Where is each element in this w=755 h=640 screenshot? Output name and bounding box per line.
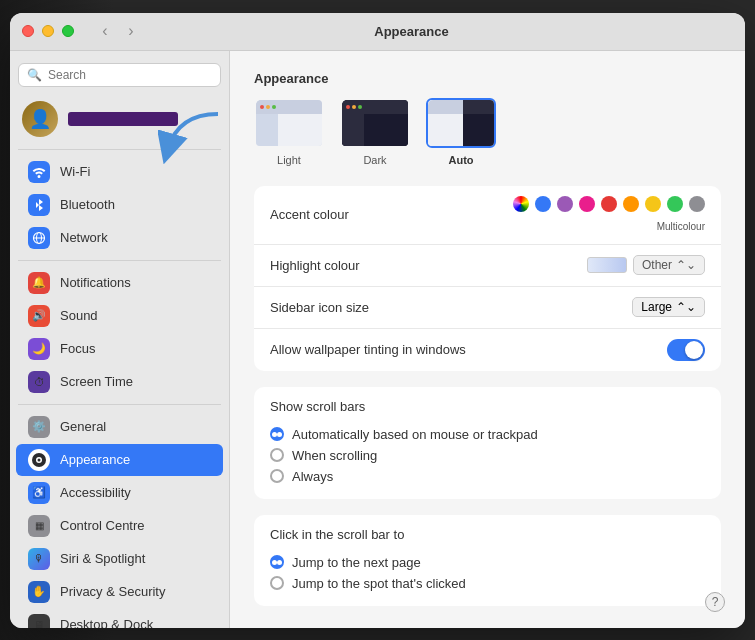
click-nextpage-label: Jump to the next page	[292, 555, 421, 570]
sidebar-item-privacy[interactable]: ✋ Privacy & Security	[16, 576, 223, 608]
colour-purple[interactable]	[557, 196, 573, 212]
scroll-auto-radio[interactable]	[270, 427, 284, 441]
sidebar-item-screentime[interactable]: ⏱ Screen Time	[16, 366, 223, 398]
dark-label: Dark	[363, 154, 386, 166]
network-label: Network	[60, 230, 108, 245]
click-scroll-title: Click in the scroll bar to	[270, 527, 705, 542]
controlcentre-label: Control Centre	[60, 518, 145, 533]
sidebar-item-desktop[interactable]: 🖥 Desktop & Dock	[16, 609, 223, 628]
sidebar-item-focus[interactable]: 🌙 Focus	[16, 333, 223, 365]
colour-blue[interactable]	[535, 196, 551, 212]
appearance-options: Light	[254, 98, 721, 166]
scroll-always-label: Always	[292, 469, 333, 484]
avatar: 👤	[22, 101, 58, 137]
auto-label: Auto	[448, 154, 473, 166]
notifications-icon: 🔔	[28, 272, 50, 294]
colour-green[interactable]	[667, 196, 683, 212]
sidebar-size-select[interactable]: Large ⌃⌄	[632, 297, 705, 317]
colour-orange[interactable]	[623, 196, 639, 212]
multicolor-label: Multicolour	[657, 221, 705, 232]
click-nextpage-radio[interactable]	[270, 555, 284, 569]
apple-id-row[interactable]: 👤	[10, 95, 229, 143]
sidebar-icon-size-label: Sidebar icon size	[270, 300, 369, 315]
controlcentre-icon: ▦	[28, 515, 50, 537]
colour-yellow[interactable]	[645, 196, 661, 212]
appearance-section-title: Appearance	[254, 71, 721, 86]
siri-icon: 🎙	[28, 548, 50, 570]
scroll-always-row: Always	[270, 466, 705, 487]
appearance-icon	[28, 449, 50, 471]
search-input[interactable]	[48, 68, 212, 82]
sidebar-item-network[interactable]: Network	[16, 222, 223, 254]
privacy-label: Privacy & Security	[60, 584, 165, 599]
sidebar-item-general[interactable]: ⚙️ General	[16, 411, 223, 443]
sidebar-item-sound[interactable]: 🔊 Sound	[16, 300, 223, 332]
general-icon: ⚙️	[28, 416, 50, 438]
colour-gray[interactable]	[689, 196, 705, 212]
bluetooth-label: Bluetooth	[60, 197, 115, 212]
divider-2	[18, 260, 221, 261]
bluetooth-icon	[28, 194, 50, 216]
scroll-auto-label: Automatically based on mouse or trackpad	[292, 427, 538, 442]
light-label: Light	[277, 154, 301, 166]
wallpaper-tinting-label: Allow wallpaper tinting in windows	[270, 342, 466, 357]
accent-colour-options: Multicolour	[513, 196, 705, 234]
focus-label: Focus	[60, 341, 95, 356]
appearance-option-light[interactable]: Light	[254, 98, 324, 166]
colour-dots-row	[513, 196, 705, 212]
colour-pink[interactable]	[579, 196, 595, 212]
window-title: Appearance	[90, 24, 733, 39]
general-label: General	[60, 419, 106, 434]
desktop-icon: 🖥	[28, 614, 50, 628]
sidebar-item-accessibility[interactable]: ♿ Accessibility	[16, 477, 223, 509]
wallpaper-toggle[interactable]	[667, 339, 705, 361]
chevron-icon: ⌃⌄	[676, 258, 696, 272]
sidebar-item-siri[interactable]: 🎙 Siri & Spotlight	[16, 543, 223, 575]
colour-multicolor[interactable]	[513, 196, 529, 212]
close-button[interactable]	[22, 25, 34, 37]
appearance-option-auto[interactable]: Auto	[426, 98, 496, 166]
accessibility-label: Accessibility	[60, 485, 131, 500]
scroll-bars-title: Show scroll bars	[270, 399, 705, 414]
settings-card-1: Accent colour	[254, 186, 721, 371]
highlight-colour-value[interactable]: Other ⌃⌄	[587, 255, 705, 275]
sidebar-item-bluetooth[interactable]: Bluetooth	[16, 189, 223, 221]
appearance-label: Appearance	[60, 452, 130, 467]
click-spot-radio[interactable]	[270, 576, 284, 590]
sidebar-item-controlcentre[interactable]: ▦ Control Centre	[16, 510, 223, 542]
notifications-label: Notifications	[60, 275, 131, 290]
accent-colour-row: Accent colour	[254, 186, 721, 245]
search-bar[interactable]: 🔍	[18, 63, 221, 87]
sidebar-icon-size-row[interactable]: Sidebar icon size Large ⌃⌄	[254, 287, 721, 329]
appearance-option-dark[interactable]: Dark	[340, 98, 410, 166]
sound-label: Sound	[60, 308, 98, 323]
help-button[interactable]: ?	[705, 592, 725, 612]
sidebar-item-wifi[interactable]: Wi-Fi	[16, 156, 223, 188]
appearance-section: Appearance	[254, 71, 721, 166]
scroll-always-radio[interactable]	[270, 469, 284, 483]
privacy-icon: ✋	[28, 581, 50, 603]
scroll-scrolling-radio[interactable]	[270, 448, 284, 462]
siri-label: Siri & Spotlight	[60, 551, 145, 566]
desktop-label: Desktop & Dock	[60, 617, 153, 628]
highlight-colour-row[interactable]: Highlight colour Other ⌃⌄	[254, 245, 721, 287]
scroll-auto-row: Automatically based on mouse or trackpad	[270, 424, 705, 445]
scroll-bars-section: Show scroll bars Automatically based on …	[254, 387, 721, 499]
click-spot-label: Jump to the spot that's clicked	[292, 576, 466, 591]
chevron-icon-2: ⌃⌄	[676, 300, 696, 314]
divider-1	[18, 149, 221, 150]
highlight-select[interactable]: Other ⌃⌄	[633, 255, 705, 275]
sound-icon: 🔊	[28, 305, 50, 327]
colour-red[interactable]	[601, 196, 617, 212]
screentime-icon: ⏱	[28, 371, 50, 393]
maximize-button[interactable]	[62, 25, 74, 37]
network-icon	[28, 227, 50, 249]
scroll-scrolling-row: When scrolling	[270, 445, 705, 466]
divider-3	[18, 404, 221, 405]
minimize-button[interactable]	[42, 25, 54, 37]
apple-id-name-bar	[68, 112, 178, 126]
dark-thumb	[340, 98, 410, 148]
click-scroll-section: Click in the scroll bar to Jump to the n…	[254, 515, 721, 606]
sidebar-item-notifications[interactable]: 🔔 Notifications	[16, 267, 223, 299]
sidebar-item-appearance[interactable]: Appearance	[16, 444, 223, 476]
